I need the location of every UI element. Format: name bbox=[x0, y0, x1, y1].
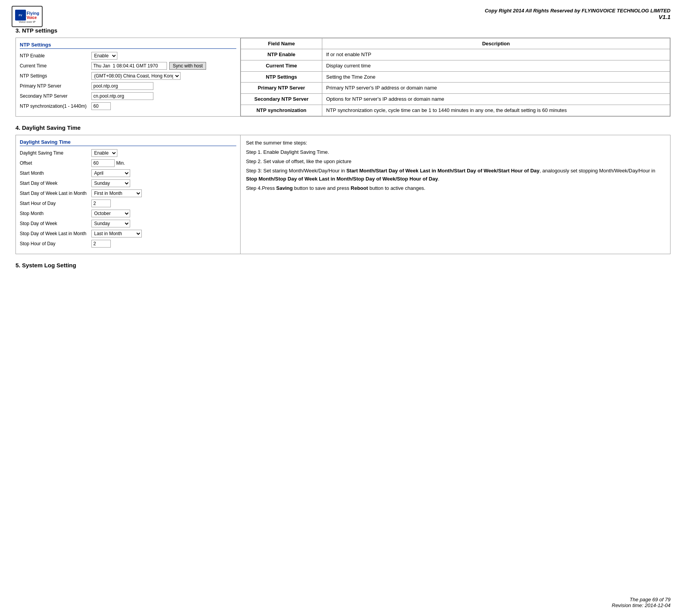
start-month-select[interactable]: April JanuaryFebruaryMarch MayJuneJulyAu… bbox=[91, 169, 130, 177]
dst-step4-bold1: Saving bbox=[276, 185, 293, 191]
field-secondary-ntp: Secondary NTP Server bbox=[241, 94, 322, 105]
stop-dow-last-row: Stop Day of Week Last in Month Last in M… bbox=[20, 230, 236, 237]
dst-step4-mid: button to save and press bbox=[293, 185, 351, 191]
start-hour-input[interactable] bbox=[91, 200, 111, 207]
table-row: Primary NTP Server Primary NTP server's … bbox=[241, 83, 670, 94]
dst-step2: Step 2. Set value of offset, like the up… bbox=[246, 158, 665, 165]
stop-month-label: Stop Month bbox=[20, 211, 91, 216]
dst-form-panel: Daylight Saving Time Daylight Saving Tim… bbox=[16, 135, 241, 254]
table-row: NTP synchronization NTP synchronization … bbox=[241, 105, 670, 116]
dst-step3-mid: , analogously set stopping Month/Week/Da… bbox=[540, 168, 655, 174]
dst-section-layout: Daylight Saving Time Daylight Saving Tim… bbox=[15, 135, 671, 254]
start-dow-last-row: Start Day of Week Last in Month First in… bbox=[20, 189, 236, 197]
sync-with-host-button[interactable]: Sync with host bbox=[169, 62, 206, 70]
copyright-line: Copy Right 2014 All Rights Reserved by F… bbox=[15, 8, 671, 14]
start-dow-row: Start Day of Week Sunday MondayTuesdayWe… bbox=[20, 179, 236, 187]
primary-ntp-row: Primary NTP Server bbox=[20, 82, 236, 90]
ntp-section-title: 3. NTP settings bbox=[15, 27, 671, 34]
stop-hour-row: Stop Hour of Day bbox=[20, 240, 236, 248]
dst-enable-select[interactable]: Enable Disable bbox=[91, 149, 117, 157]
stop-dow-label: Stop Day of Week bbox=[20, 221, 91, 226]
field-ntp-settings: NTP Settings bbox=[241, 71, 322, 83]
desc-secondary-ntp: Options for NTP server's IP address or d… bbox=[322, 94, 670, 105]
footer-page: The page 69 of 79 bbox=[612, 597, 671, 602]
start-dow-select[interactable]: Sunday MondayTuesdayWednesday ThursdayFr… bbox=[91, 179, 130, 187]
current-time-label: Current Time bbox=[20, 63, 91, 69]
secondary-ntp-label: Secondary NTP Server bbox=[20, 93, 91, 99]
dst-offset-row: Offset Min. bbox=[20, 159, 236, 167]
ntp-form-panel: NTP Settings NTP Enable Enable Disable C… bbox=[16, 38, 241, 116]
field-primary-ntp: Primary NTP Server bbox=[241, 83, 322, 94]
page-footer: The page 69 of 79 Revision time: 2014-12… bbox=[612, 597, 671, 608]
ntp-settings-label: NTP Settings bbox=[20, 73, 91, 79]
desc-ntp-enable: If or not enable NTP bbox=[322, 49, 670, 60]
stop-month-select[interactable]: October JanuaryFebruaryMarch AprilMayJun… bbox=[91, 210, 130, 217]
stop-hour-label: Stop Hour of Day bbox=[20, 241, 91, 246]
dst-desc-panel: Set the summer time steps: Step 1. Enabl… bbox=[241, 135, 670, 254]
page-header: Copy Right 2014 All Rights Reserved by F… bbox=[15, 8, 671, 20]
start-dow-label: Start Day of Week bbox=[20, 181, 91, 186]
dst-panel-title: Daylight Saving Time bbox=[20, 139, 236, 146]
desc-current-time: Display current time bbox=[322, 60, 670, 71]
dst-intro: Set the summer time steps: bbox=[246, 139, 665, 147]
ntp-enable-select[interactable]: Enable Disable bbox=[91, 52, 117, 60]
stop-dow-last-select[interactable]: Last in Month First in Month bbox=[91, 230, 142, 237]
field-ntp-enable: NTP Enable bbox=[241, 49, 322, 60]
ntp-desc-panel: Field Name Description NTP Enable If or … bbox=[241, 38, 670, 116]
dst-step3-end: . bbox=[438, 176, 440, 182]
primary-ntp-input[interactable] bbox=[91, 82, 153, 90]
ntp-sync-row: NTP synchronization(1 - 1440m) bbox=[20, 102, 236, 110]
ntp-panel-title: NTP Settings bbox=[20, 42, 236, 49]
start-hour-row: Start Hour of Day bbox=[20, 200, 236, 207]
ntp-settings-row: NTP Settings (GMT+08:00) China Coast, Ho… bbox=[20, 72, 236, 80]
logo: FV Flying Voice Voice over IP bbox=[12, 6, 43, 27]
dst-step1: Step 1. Enable Daylight Saving Time. bbox=[246, 148, 665, 156]
dst-step4-pre: Step 4.Press bbox=[246, 185, 276, 191]
dst-step4-end: button to active changes. bbox=[368, 185, 425, 191]
field-ntp-sync: NTP synchronization bbox=[241, 105, 322, 116]
dst-step4: Step 4.Press Saving button to save and p… bbox=[246, 184, 665, 192]
ntp-desc-table: Field Name Description NTP Enable If or … bbox=[241, 38, 670, 116]
dst-step3-bold1: Start Month/Start Day of Week Last in Mo… bbox=[346, 168, 540, 174]
stop-hour-input[interactable] bbox=[91, 240, 111, 248]
table-row: Current Time Display current time bbox=[241, 60, 670, 71]
ntp-sync-label: NTP synchronization(1 - 1440m) bbox=[20, 103, 91, 109]
desc-primary-ntp: Primary NTP server's IP address or domai… bbox=[322, 83, 670, 94]
ntp-sync-input[interactable] bbox=[91, 102, 111, 110]
ntp-enable-row: NTP Enable Enable Disable bbox=[20, 52, 236, 60]
stop-dow-last-label: Stop Day of Week Last in Month bbox=[20, 231, 91, 236]
desc-ntp-sync: NTP synchronization cycle, cycle time ca… bbox=[322, 105, 670, 116]
start-dow-last-label: Start Day of Week Last in Month bbox=[20, 191, 91, 196]
current-time-input[interactable] bbox=[91, 62, 167, 70]
dst-step3-pre: Step 3: Set staring Month/Week/Day/Hour … bbox=[246, 168, 346, 174]
table-row: NTP Enable If or not enable NTP bbox=[241, 49, 670, 60]
ntp-settings-select[interactable]: (GMT+08:00) China Coast, Hong Kong bbox=[91, 72, 181, 80]
ntp-section-layout: NTP Settings NTP Enable Enable Disable C… bbox=[15, 38, 671, 117]
logo-flying: Flying bbox=[27, 11, 39, 15]
syslog-section-title: 5. System Log Setting bbox=[15, 262, 671, 268]
dst-enable-label: Daylight Saving Time bbox=[20, 150, 91, 156]
dst-step4-bold2: Reboot bbox=[351, 185, 368, 191]
dst-offset-unit: Min. bbox=[116, 160, 125, 166]
version-line: V1.1 bbox=[15, 14, 671, 20]
secondary-ntp-input[interactable] bbox=[91, 92, 153, 100]
start-month-label: Start Month bbox=[20, 170, 91, 176]
dst-step3-bold2: Stop Month/Stop Day of Week Last in Mont… bbox=[246, 176, 438, 182]
stop-dow-select[interactable]: Sunday MondayTuesdayWednesday ThursdayFr… bbox=[91, 220, 130, 227]
footer-revision: Revision time: 2014-12-04 bbox=[612, 602, 671, 608]
desc-ntp-settings: Setting the Time Zone bbox=[322, 71, 670, 83]
stop-dow-row: Stop Day of Week Sunday MondayTuesdayWed… bbox=[20, 220, 236, 227]
logo-sub: Voice over IP bbox=[19, 21, 35, 23]
dst-enable-row: Daylight Saving Time Enable Disable bbox=[20, 149, 236, 157]
start-dow-last-select[interactable]: First in Month Last in Month bbox=[91, 189, 142, 197]
table-row: NTP Settings Setting the Time Zone bbox=[241, 71, 670, 83]
stop-month-row: Stop Month October JanuaryFebruaryMarch … bbox=[20, 210, 236, 217]
primary-ntp-label: Primary NTP Server bbox=[20, 83, 91, 89]
field-current-time: Current Time bbox=[241, 60, 322, 71]
dst-section-title: 4. Daylight Saving Time bbox=[15, 124, 671, 131]
start-month-row: Start Month April JanuaryFebruaryMarch M… bbox=[20, 169, 236, 177]
logo-voice: Voice bbox=[27, 15, 39, 20]
col-field-name: Field Name bbox=[241, 38, 322, 49]
current-time-row: Current Time Sync with host bbox=[20, 62, 236, 70]
dst-offset-input[interactable] bbox=[91, 159, 115, 167]
